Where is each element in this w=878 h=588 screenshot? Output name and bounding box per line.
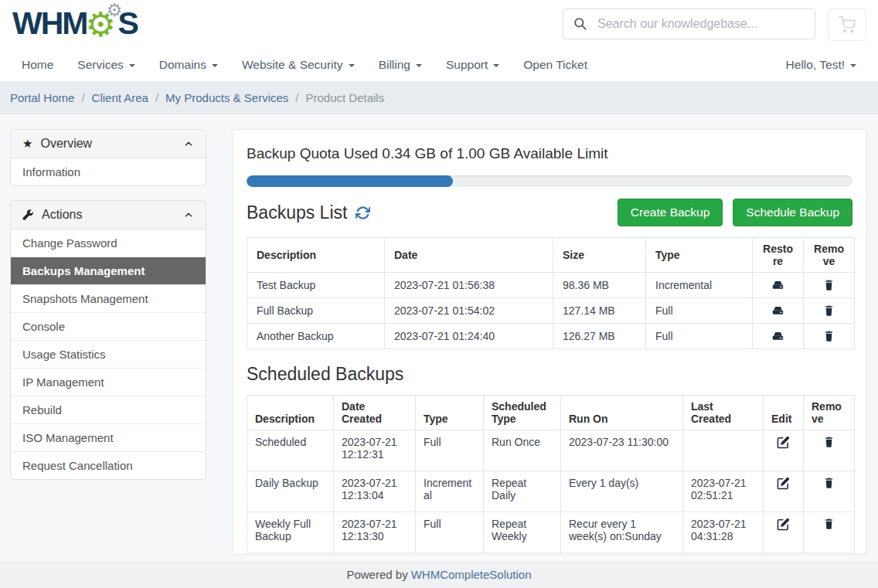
remove-backup-icon[interactable]	[804, 298, 855, 324]
remove-schedule-icon[interactable]	[804, 430, 855, 471]
remove-backup-icon[interactable]	[804, 273, 855, 298]
edit-schedule-icon[interactable]	[764, 430, 804, 471]
nav-domains[interactable]: Domains	[159, 58, 218, 72]
sidebar-item-usage-statistics[interactable]: Usage Statistics	[11, 341, 206, 369]
remove-schedule-icon[interactable]	[804, 471, 855, 512]
col-type: Type	[416, 396, 484, 430]
whmcs-logo[interactable]: WHM ⚙ ⚙ S	[12, 3, 138, 43]
sidebar-item-backups-management[interactable]: Backups Management	[11, 257, 206, 285]
table-row: Another Backup 2023-07-21 01:24:40 126.2…	[247, 324, 855, 349]
chevron-up-icon	[183, 138, 194, 149]
actions-panel: Actions Change Password Backups Manageme…	[10, 200, 206, 480]
chevron-down-icon	[129, 64, 135, 67]
panel-title: Overview	[40, 137, 92, 151]
backups-list-title: Backups List	[247, 202, 370, 223]
chevron-up-icon	[183, 209, 194, 220]
breadcrumb-current: Product Details	[305, 91, 384, 104]
nav-support[interactable]: Support	[446, 58, 499, 72]
col-restore: Restore	[753, 238, 804, 273]
sidebar-item-iso-management[interactable]: ISO Management	[11, 424, 206, 452]
table-row: Scheduled 2023-07-21 12:12:31 Full Run O…	[247, 430, 855, 471]
user-menu[interactable]: Hello, Test!	[786, 58, 856, 72]
breadcrumb: Portal Home / Client Area / My Products …	[0, 81, 878, 114]
sidebar-item-request-cancellation[interactable]: Request Cancellation	[11, 452, 206, 479]
quota-heading: Backup Quota Used 0.34 GB of 1.00 GB Ava…	[247, 145, 852, 162]
powered-by-text: Powered by	[346, 568, 407, 581]
table-row: Test Backup 2023-07-21 01:56:38 98.36 MB…	[247, 273, 855, 298]
sidebar-item-console[interactable]: Console	[11, 313, 206, 341]
col-date-created: Date Created	[334, 396, 416, 430]
nav-home[interactable]: Home	[22, 58, 53, 72]
table-row: Full Backup 2023-07-21 01:54:02 127.14 M…	[247, 298, 855, 324]
backups-list-header-row: Backups List Create Backup Schedule Back…	[247, 199, 852, 226]
col-remove: Remove	[804, 238, 855, 273]
chevron-down-icon	[212, 64, 218, 67]
quota-progress-fill	[247, 175, 453, 187]
col-last-created: Last Created	[683, 396, 764, 430]
edit-schedule-icon[interactable]	[764, 471, 804, 512]
restore-backup-icon[interactable]	[753, 324, 804, 349]
search-input[interactable]	[563, 8, 815, 39]
nav-website-security[interactable]: Website & Security	[242, 58, 355, 72]
quota-progress-bar	[247, 175, 852, 187]
col-description: Description	[247, 238, 385, 273]
restore-backup-icon[interactable]	[753, 273, 804, 298]
nav-services[interactable]: Services	[77, 58, 134, 72]
nav-billing[interactable]: Billing	[379, 58, 422, 72]
chevron-down-icon	[349, 64, 355, 67]
edit-schedule-icon[interactable]	[764, 512, 804, 553]
backups-management-card: Backup Quota Used 0.34 GB of 1.00 GB Ava…	[232, 129, 867, 555]
col-edit: Edit	[764, 396, 804, 430]
breadcrumb-portal-home[interactable]: Portal Home	[10, 91, 74, 104]
refresh-icon[interactable]	[356, 206, 370, 220]
sidebar-item-change-password[interactable]: Change Password	[11, 229, 206, 257]
sidebar-item-snapshots-management[interactable]: Snapshots Management	[11, 285, 206, 313]
whmcs-client-area: WHM ⚙ ⚙ S Home	[0, 0, 878, 588]
col-scheduled-type: Scheduled Type	[484, 396, 561, 430]
star-icon: ★	[22, 137, 32, 151]
col-description: Description	[247, 396, 334, 430]
small-gear-icon: ⚙	[107, 2, 123, 19]
panel-title: Actions	[42, 208, 82, 222]
overview-panel-header[interactable]: ★ Overview	[11, 130, 206, 158]
backup-buttons: Create Backup Schedule Backup	[618, 199, 852, 226]
scheduled-backups-table: Description Date Created Type Scheduled …	[247, 395, 855, 553]
sidebar-item-ip-management[interactable]: IP Management	[11, 369, 206, 396]
overview-panel: ★ Overview Information	[10, 129, 206, 186]
create-backup-button[interactable]: Create Backup	[618, 199, 723, 226]
search-icon	[573, 16, 587, 31]
remove-backup-icon[interactable]	[804, 324, 855, 349]
sidebar-item-information[interactable]: Information	[11, 158, 206, 185]
sidebar-item-rebuild[interactable]: Rebuild	[11, 396, 206, 424]
shopping-cart-icon	[839, 16, 856, 33]
actions-panel-header[interactable]: Actions	[11, 201, 206, 229]
chevron-down-icon	[493, 64, 499, 67]
table-row: Daily Backup 2023-07-21 12:13:04 Increme…	[247, 471, 855, 512]
nav-open-ticket[interactable]: Open Ticket	[523, 58, 587, 72]
chevron-down-icon	[850, 64, 856, 67]
col-run-on: Run On	[561, 396, 683, 430]
breadcrumb-client-area[interactable]: Client Area	[92, 91, 148, 104]
whmcs-footer-link[interactable]: WHMCompleteSolution	[411, 568, 532, 581]
restore-backup-icon[interactable]	[753, 298, 804, 324]
backups-list-table: Description Date Size Type Restore Remov…	[247, 237, 855, 349]
chevron-down-icon	[416, 64, 422, 67]
table-row: Weekly Full Backup 2023-07-21 12:13:30 F…	[247, 512, 855, 553]
main-nav: Home Services Domains Website & Security…	[22, 49, 856, 81]
cart-button[interactable]	[828, 8, 866, 41]
wrench-icon	[22, 209, 34, 221]
scheduled-backups-title: Scheduled Backups	[247, 364, 852, 385]
site-header: WHM ⚙ ⚙ S Home	[0, 0, 878, 81]
breadcrumb-products-services[interactable]: My Products & Services	[165, 91, 288, 104]
table-header-row: Description Date Created Type Scheduled …	[247, 396, 855, 430]
remove-schedule-icon[interactable]	[804, 512, 855, 553]
table-header-row: Description Date Size Type Restore Remov…	[247, 238, 855, 273]
col-date: Date	[385, 238, 553, 273]
sidebar: ★ Overview Information Actions Change Pa…	[10, 129, 206, 494]
col-type: Type	[646, 238, 753, 273]
knowledgebase-search	[563, 8, 815, 39]
schedule-backup-button[interactable]: Schedule Backup	[733, 199, 852, 226]
logo-gears: ⚙ ⚙	[87, 3, 119, 43]
logo-text-whm: WHM	[12, 3, 87, 43]
footer: Powered by WHMCompleteSolution	[0, 561, 878, 588]
